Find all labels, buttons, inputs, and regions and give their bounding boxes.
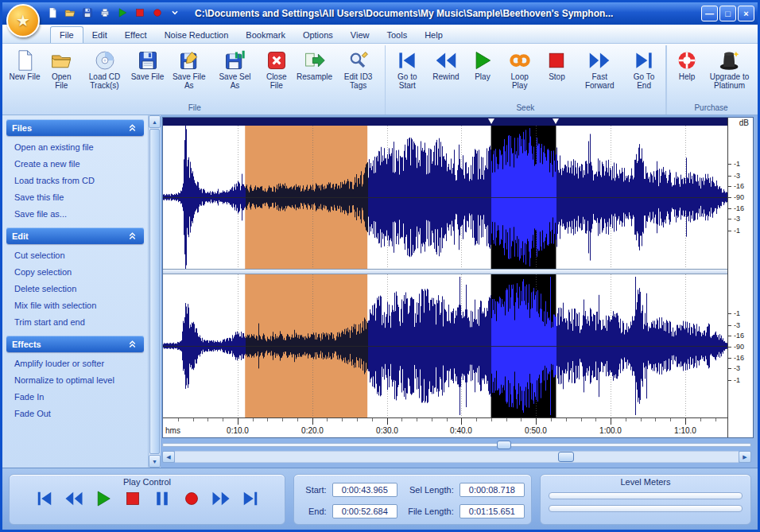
selection-marker-end[interactable] — [553, 118, 559, 124]
play-button[interactable]: Play — [464, 45, 501, 103]
sidebar-scrollbar[interactable]: ▲ ▼ — [148, 115, 161, 468]
sidebar-header-effects[interactable]: Effects — [6, 336, 144, 352]
sidebar-section-edit: EditCut selectionCopy selectionDelete se… — [6, 227, 144, 330]
stop-button[interactable]: Stop — [538, 45, 575, 103]
menu-effect[interactable]: Effect — [116, 27, 156, 43]
menu-noise-reduction[interactable]: Noise Reduction — [156, 27, 238, 43]
qat-print-button[interactable] — [98, 6, 112, 21]
db-label: -16 — [734, 332, 744, 340]
loop-play-button[interactable]: Loop Play — [501, 45, 539, 103]
scroll-left-icon[interactable]: ◀ — [162, 451, 175, 463]
scrollbar-thumb[interactable] — [149, 129, 160, 454]
sidebar-item-cut-selection[interactable]: Cut selection — [6, 247, 144, 263]
waveform-area: hms 0:10.00:20.00:30.00:40.00:50.01:00.0… — [161, 115, 758, 468]
collapse-chevron-icon[interactable] — [126, 230, 138, 243]
close-file-button[interactable]: Close File — [258, 45, 296, 103]
menu-options[interactable]: Options — [294, 27, 342, 43]
channel-splitter[interactable] — [163, 269, 727, 275]
time-unit-label: hms — [165, 426, 180, 435]
loop-icon — [509, 48, 531, 72]
sidebar-item-fade-in[interactable]: Fade In — [6, 388, 144, 405]
zoom-slider[interactable] — [162, 440, 751, 450]
ff-icon — [211, 489, 231, 510]
waveform-left-channel[interactable] — [163, 126, 727, 269]
save-sel-as-button[interactable]: Save Sel As — [212, 45, 258, 103]
open-file-button[interactable]: Open File — [43, 45, 80, 103]
go-to-end-button[interactable] — [241, 489, 260, 510]
menu-file[interactable]: File — [50, 26, 83, 43]
zoom-slider-thumb[interactable] — [497, 441, 511, 449]
sidebar-item-delete-selection[interactable]: Delete selection — [6, 280, 144, 297]
zoom-slider-track[interactable] — [162, 443, 751, 447]
qat-open-file-button[interactable] — [63, 6, 77, 21]
resample-button[interactable]: Resample — [296, 45, 334, 103]
scroll-right-icon[interactable]: ▶ — [739, 451, 751, 463]
close-button[interactable]: × — [738, 6, 754, 21]
horizontal-scrollbar[interactable]: ◀ ▶ — [162, 451, 751, 463]
overview-strip[interactable] — [163, 118, 727, 126]
menu-help[interactable]: Help — [416, 27, 452, 43]
sidebar-item-load-tracks-from-cd[interactable]: Load tracks from CD — [6, 172, 144, 188]
app-logo-icon[interactable]: ★ — [6, 4, 40, 37]
load-cd-track-s-button[interactable]: Load CD Track(s) — [80, 45, 130, 103]
qat-record-button[interactable] — [150, 6, 165, 21]
sidebar-item-mix-file-with-selection[interactable]: Mix file with selection — [6, 297, 144, 313]
stop-button[interactable] — [123, 489, 142, 510]
sidebar-item-normalize-to-optimal-level[interactable]: Normalize to optimal level — [6, 371, 144, 388]
db-tick — [728, 336, 731, 336]
play-button[interactable] — [94, 489, 113, 510]
time-tick-minor — [253, 418, 254, 421]
sidebar-item-create-a-new-file[interactable]: Create a new file — [6, 155, 144, 172]
record-button[interactable] — [182, 489, 201, 510]
pause-button[interactable] — [153, 489, 172, 510]
go-start-icon — [35, 489, 54, 510]
menu-tools[interactable]: Tools — [378, 27, 416, 43]
scroll-up-icon[interactable]: ▲ — [149, 115, 161, 128]
sidebar-item-save-file-as[interactable]: Save file as... — [6, 205, 144, 222]
qat-stop-button[interactable] — [133, 6, 147, 21]
toolbar-group-caption-file: File — [6, 103, 383, 115]
sidebar-item-amplify-louder-or-softer[interactable]: Amplify louder or softer — [6, 355, 144, 371]
menu-view[interactable]: View — [342, 27, 378, 43]
waveform-right-channel[interactable] — [163, 274, 727, 417]
new-file-button[interactable]: New File — [6, 45, 43, 103]
save-file-button[interactable]: Save File — [130, 45, 166, 103]
sidebar-item-open-an-existing-file[interactable]: Open an existing file — [6, 138, 144, 155]
time-label: 1:10.0 — [674, 426, 696, 435]
fast-forward-button[interactable] — [211, 489, 231, 510]
go-to-start-button[interactable]: Go to Start — [387, 45, 428, 103]
hscroll-thumb[interactable] — [558, 452, 574, 462]
time-ruler[interactable]: hms 0:10.00:20.00:30.00:40.00:50.01:00.0… — [163, 417, 727, 437]
minimize-button[interactable]: — — [701, 6, 718, 21]
go-to-start-button[interactable] — [35, 489, 54, 510]
selection-marker-start[interactable] — [488, 118, 494, 124]
time-label: 0:20.0 — [301, 426, 324, 435]
sidebar-item-fade-out[interactable]: Fade Out — [6, 405, 144, 421]
sidebar-header-files[interactable]: Files — [6, 119, 144, 136]
upgrade-to-platinum-button[interactable]: Upgrade to Platinum — [705, 45, 754, 103]
sidebar-header-edit[interactable]: Edit — [6, 227, 144, 244]
fast-forward-button[interactable]: Fast Forward — [575, 45, 624, 103]
sidebar-item-copy-selection[interactable]: Copy selection — [6, 263, 144, 280]
sidebar-item-trim-start-and-end[interactable]: Trim start and end — [6, 313, 144, 330]
help-button[interactable]: Help — [669, 45, 705, 103]
menu-edit[interactable]: Edit — [83, 27, 116, 43]
save-file-as-button[interactable]: Save File As — [166, 45, 213, 103]
go-to-end-button[interactable]: Go To End — [624, 45, 664, 103]
qat-save-button[interactable] — [80, 6, 95, 21]
edit-id3-tags-button[interactable]: Edit ID3 Tags — [334, 45, 383, 103]
task-sidebar: FilesOpen an existing fileCreate a new f… — [2, 115, 148, 468]
collapse-chevron-icon[interactable] — [126, 122, 138, 134]
sidebar-item-save-this-file[interactable]: Save this file — [6, 188, 144, 205]
qat-new-file-button[interactable] — [45, 6, 60, 21]
maximize-button[interactable]: □ — [719, 6, 736, 21]
save-icon — [82, 7, 93, 20]
qat-chevron-down-button[interactable] — [168, 6, 182, 21]
scroll-down-icon[interactable]: ▼ — [149, 455, 161, 468]
rewind-button[interactable] — [64, 489, 83, 510]
menu-bookmark[interactable]: Bookmark — [237, 27, 294, 43]
qat-play-button[interactable] — [115, 6, 130, 21]
rewind-button[interactable]: Rewind — [428, 45, 464, 103]
hscroll-track[interactable] — [175, 451, 739, 463]
collapse-chevron-icon[interactable] — [126, 338, 138, 351]
